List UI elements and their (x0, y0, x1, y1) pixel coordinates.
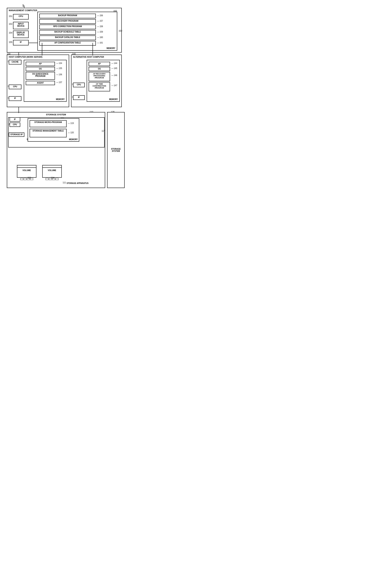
alt-memory-label: MEMORY (109, 98, 118, 100)
alt-os-label: OS (89, 67, 110, 70)
alt-timeconf-box: AP TIME CONFIRMATION PROGRAM (89, 82, 110, 91)
alt-ap-ref: — 144 (111, 62, 117, 64)
host-ap-ref: — 134 (56, 62, 62, 64)
alt-os-ref: — 145 (111, 67, 117, 69)
alt-if-box: IF (73, 95, 85, 100)
mgmt-input-ref: 153 (9, 23, 12, 25)
ref-1: 1 (22, 4, 24, 7)
alt-timeconf-label: AP TIME CONFIRMATION PROGRAM (89, 83, 110, 89)
main-diagram: 1 MANAGEMENT COMPUTER 151 CPU 153 INPUT … (4, 4, 125, 199)
storage-mgmttable-ref: — 120 (68, 131, 74, 134)
storage-microprog-label: STORAGE MICRO-PROGRAM (30, 121, 66, 124)
alt-host-box: ALTERNATIVE HOST COMPUTER 141 CPU 143 IF… (71, 55, 122, 107)
host-agent-box: AGENT (26, 81, 55, 85)
host-ap-label: AP (26, 62, 55, 65)
mgmt-memory-box: BACKUP PROGRAM — 156 RECOVERY PROGRAM — … (37, 12, 117, 51)
storage-memory-label: MEMORY (69, 138, 78, 141)
alt-ap-label: AP (89, 62, 110, 65)
prog-rpo-box: RPO CORRECTION PROGRAM (39, 24, 96, 29)
alt-recovery-ref: — 146 (111, 74, 117, 76)
volume2-box: VOLUME (40, 165, 64, 181)
vert-line-main2 (93, 43, 93, 56)
prog-backup-schedule-box: BACKUP SCHEDULE TABLE (39, 30, 96, 35)
prog-backup-box: BACKUP PROGRAM (39, 14, 96, 18)
storage-mgmttable-box: STORAGE MANAGEMENT TABLE (30, 129, 67, 137)
host-agent-ref: — 137 (56, 81, 62, 84)
storage-mgmttable-label: STORAGE MANAGEMENT TABLE (30, 129, 66, 132)
mgmt-connect-line (29, 43, 37, 43)
prog-catalog-ref: — 160 (97, 36, 103, 38)
storage-apparatus-ref: 111 (63, 182, 66, 184)
mgmt-input-box: INPUT DEVICE (13, 22, 29, 29)
mgmt-display-box: DISPLAY DEVICE (13, 31, 29, 38)
prog-recovery-ref: — 157 (97, 20, 103, 22)
host-if-box: IF (9, 96, 21, 101)
prog-backup-ref: — 156 (97, 14, 103, 17)
storage-system-box: STORAGE SYSTEM IF 115 116 CPU 118 STORAG… (7, 112, 105, 188)
host-osq-box: OS QUIESCENCE PROGRAM (26, 72, 55, 80)
prog-catalog-box: BACKUP CATALOG TABLE (39, 36, 96, 40)
prog-rpo-label: RPO CORRECTION PROGRAM (40, 25, 95, 28)
prog-recovery-label: RECOVERY PROGRAM (40, 20, 95, 22)
prog-backup-schedule-label: BACKUP SCHEDULE TABLE (40, 30, 95, 33)
storage-cpu-label: CPU (10, 123, 20, 126)
host-os-box: OS (26, 67, 55, 71)
host-os-ref: — 135 (56, 67, 62, 69)
mgmt-memory-label: MEMORY (106, 47, 115, 49)
host-ap-box: AP (26, 62, 55, 66)
alt-cpu-label: CPU (73, 83, 84, 86)
mgmt-display-ref: 154 (9, 32, 12, 34)
alt-memory-box: AP — 144 OS — 145 AP RECOVERY PROCESSING… (87, 60, 120, 102)
storage2-label: STORAGE SYSTEM (109, 148, 123, 152)
prog-rpo-ref: — 158 (97, 25, 103, 27)
volume2-label: VOLUME (43, 169, 61, 171)
storage2-box: STORAGE SYSTEM (107, 112, 125, 188)
host-osq-ref: — 136 (56, 73, 62, 76)
prog-recovery-box: RECOVERY PROGRAM (39, 19, 96, 24)
storage-cpu-box: CPU (10, 123, 20, 127)
storage-if-box: IF (10, 117, 20, 122)
mgmt-if-ref: 155 (9, 41, 12, 43)
alt-recovery-box: AP RECOVERY PROCESSING PROGRAM (89, 72, 110, 81)
mgmt-memory-block-ref: 152 (119, 30, 122, 32)
storage-mem-block-ref: 117 (102, 130, 105, 132)
prog-apconfig-label: AP CONFIGURATION TABLE (40, 41, 95, 44)
prog-apconfig-ref: — 161 (97, 42, 103, 44)
mgmt-input-label: INPUT DEVICE (13, 22, 28, 28)
host-cpu-box: CPU (9, 84, 21, 89)
storage-storage-if-label: STORAGE I/F (9, 133, 24, 136)
alt-cpu-box: CPU (73, 83, 85, 87)
mgmt-if-label: IF (13, 40, 28, 44)
mgmt-cpu-ref: 151 (9, 15, 12, 17)
host-computer-box: HOST COMPUTER (WORK SERVER) 138 CACHE 13… (7, 55, 69, 107)
host-if-label: IF (9, 97, 21, 100)
vert-line-main (42, 43, 42, 56)
volume1-box: VOLUME (15, 165, 38, 181)
host-cpu-label: CPU (9, 85, 21, 88)
host-memory-box: AP — 134 OS — 135 OS QUIESCENCE PROGRAM … (24, 60, 67, 102)
line-host-storage-h (19, 112, 60, 112)
prog-catalog-label: BACKUP CATALOG TABLE (40, 36, 95, 39)
host-agent-label: AGENT (26, 81, 55, 84)
alt-os-box: OS (89, 67, 110, 71)
management-computer-box: MANAGEMENT COMPUTER 151 CPU 153 INPUT DE… (7, 8, 122, 53)
management-computer-label: MANAGEMENT COMPUTER (9, 9, 37, 12)
storage-microprog-box: STORAGE MICRO-PROGRAM (30, 120, 67, 127)
host-computer-label: HOST COMPUTER (WORK SERVER) (9, 56, 42, 58)
mgmt-cpu-box: CPU (13, 14, 29, 20)
host-os-label: OS (26, 67, 55, 70)
storage-storage-if-box: STORAGE I/F (9, 132, 24, 137)
mgmt-cpu-label: CPU (13, 14, 28, 18)
storage-memory-box: STORAGE MICRO-PROGRAM — 119 STORAGE MANA… (28, 118, 79, 142)
prog-backup-label: BACKUP PROGRAM (40, 14, 95, 17)
storage-system-label-top: STORAGE SYSTEM (46, 113, 66, 116)
host-cache-box: CACHE (9, 60, 21, 64)
alt-host-label: ALTERNATIVE HOST COMPUTER (73, 56, 104, 58)
host-osq-label: OS QUIESCENCE PROGRAM (26, 72, 55, 78)
host-cache-label: CACHE (9, 60, 21, 63)
alt-timeconf-ref: — 147 (111, 84, 117, 86)
alt-recovery-label: AP RECOVERY PROCESSING PROGRAM (89, 72, 110, 79)
storage-microprog-ref: — 119 (68, 122, 74, 124)
mgmt-if-box: IF (13, 40, 29, 45)
alt-ap-box: AP (89, 62, 110, 66)
